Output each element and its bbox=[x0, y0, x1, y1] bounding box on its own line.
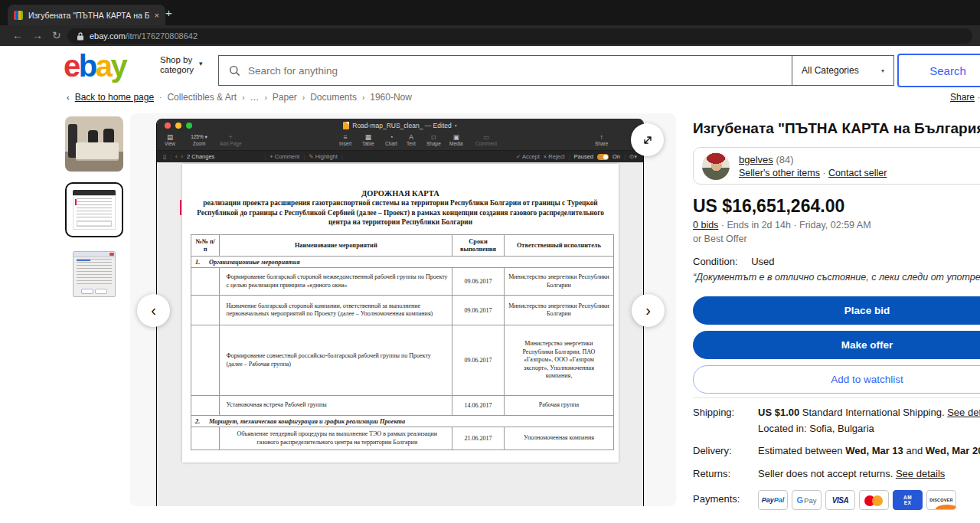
pages-table-button[interactable]: ▦Table bbox=[362, 133, 374, 146]
carousel-next-button[interactable]: › bbox=[632, 294, 665, 327]
seller-avatar[interactable] bbox=[702, 152, 730, 180]
place-bid-button[interactable]: Place bid bbox=[693, 296, 980, 325]
table-row: Объявление тендерной процедуры на выполн… bbox=[191, 427, 614, 450]
place-bid-label: Place bid bbox=[844, 305, 890, 316]
shipping-value: US $1.00 Standard International Shipping… bbox=[758, 407, 980, 418]
pages-media-button[interactable]: ▣Media bbox=[449, 133, 463, 146]
row-date: 21.06.2017 bbox=[452, 427, 505, 450]
share-link[interactable]: Share bbox=[950, 92, 975, 103]
forward-icon[interactable]: → bbox=[32, 28, 43, 42]
photo-figure bbox=[103, 129, 114, 144]
discover-icon: DISCOVER bbox=[926, 490, 956, 510]
row-date: 14.06.2017 bbox=[452, 396, 505, 416]
browser-tab[interactable]: Изгубената "ПЪТНА КАРТА на Б × bbox=[8, 5, 165, 25]
section-number: 1. bbox=[195, 259, 209, 266]
sidebar-toggle-icon[interactable]: ▯ bbox=[163, 153, 166, 160]
listing-image-stage: Road-map_RUS_clean_ — Edited ▾ ▤View 125… bbox=[130, 113, 676, 506]
mastercard-icon bbox=[859, 490, 889, 510]
search-box[interactable] bbox=[218, 55, 792, 86]
payment-methods: PayPal GPay VISA AMEX DISCOVER bbox=[758, 490, 956, 510]
gear-icon[interactable]: ⊙▾ bbox=[629, 153, 637, 160]
thumbnail-photo[interactable] bbox=[65, 116, 123, 172]
doc-title: ДОРОЖНАЯ КАРТА bbox=[182, 189, 619, 198]
pages-view-button[interactable]: ▤View bbox=[165, 133, 175, 146]
row-name: Объявление тендерной процедуры на выполн… bbox=[220, 427, 452, 450]
pages-comment-button[interactable]: ▭Comment bbox=[475, 133, 497, 146]
crumb-sep-icon: › bbox=[302, 93, 305, 102]
highlight-button[interactable]: ✎ Highlight bbox=[309, 153, 338, 160]
crumb-ellipsis[interactable]: … bbox=[250, 92, 259, 103]
back-to-home-link[interactable]: Back to home page bbox=[75, 92, 154, 103]
crumb-sep-icon: › bbox=[362, 93, 364, 102]
ebay-logo[interactable]: ebay bbox=[64, 51, 126, 81]
tab-title: Изгубената "ПЪТНА КАРТА на Б bbox=[28, 11, 149, 20]
browser-tab-strip: Изгубената "ПЪТНА КАРТА на Б × + bbox=[0, 0, 980, 25]
table-row: Назначение болгарской стороной компании,… bbox=[191, 296, 614, 325]
payments-label: Payments: bbox=[693, 493, 740, 505]
item-location: Located in: Sofia, Bulgaria bbox=[758, 423, 874, 434]
logo-e: e bbox=[64, 51, 79, 81]
carousel-prev-button[interactable]: ‹ bbox=[137, 294, 170, 327]
search-button[interactable]: Search bbox=[897, 54, 980, 87]
bid-info-row: 0 bids · Ends in 2d 14h · Friday, 02:59 … bbox=[693, 220, 871, 230]
paused-label: Paused bbox=[574, 153, 593, 160]
pages-insert-button[interactable]: ≡Insert bbox=[339, 133, 351, 146]
pages-text-button[interactable]: AText bbox=[407, 133, 416, 146]
url-path: /itm/176270808642 bbox=[126, 31, 198, 41]
contact-seller-link[interactable]: Contact seller bbox=[828, 168, 887, 178]
pages-canvas: ДОРОЖНАЯ КАРТА реализации проекта расшир… bbox=[157, 162, 643, 506]
new-tab-button[interactable]: + bbox=[165, 6, 172, 19]
seller-name-link[interactable]: bgelves bbox=[739, 154, 773, 165]
address-bar[interactable]: ebay.com/itm/176270808642 bbox=[67, 28, 972, 44]
make-offer-button[interactable]: Make offer bbox=[693, 331, 980, 359]
on-label: On bbox=[612, 153, 620, 160]
doc-table: №№ п/п Наименование мероприятий Сроки вы… bbox=[191, 234, 614, 450]
dot-separator: · bbox=[159, 93, 162, 102]
add-to-watchlist-button[interactable]: Add to watchlist bbox=[693, 365, 980, 394]
logo-y: y bbox=[110, 51, 126, 81]
condition-label: Condition: bbox=[693, 256, 738, 267]
amex-icon: AMEX bbox=[893, 490, 923, 510]
section-row: 2.Маршрут, техническая конфигурация и гр… bbox=[191, 416, 614, 427]
document-page: ДОРОЖНАЯ КАРТА реализации проекта расшир… bbox=[182, 164, 619, 463]
reload-icon[interactable]: ↻ bbox=[52, 28, 61, 42]
gpay-icon: GPay bbox=[792, 490, 822, 510]
best-offer-label: or Best Offer bbox=[693, 234, 747, 244]
image-expand-button[interactable] bbox=[631, 123, 664, 156]
reject-button[interactable]: × Reject bbox=[544, 153, 565, 160]
shop-by-category[interactable]: Shop by category bbox=[160, 55, 194, 75]
bids-link[interactable]: 0 bids bbox=[693, 220, 718, 230]
search-input[interactable] bbox=[247, 64, 709, 77]
pages-chart-button[interactable]: ◔Chart bbox=[385, 133, 397, 146]
chevron-down-icon: ▾ bbox=[881, 67, 884, 74]
next-change-icon[interactable]: › bbox=[181, 153, 184, 160]
comment-button[interactable]: + Comment bbox=[270, 153, 299, 160]
crumb-documents[interactable]: Documents bbox=[310, 92, 357, 103]
pages-titlebar: Road-map_RUS_clean_ — Edited ▾ bbox=[157, 119, 643, 132]
back-icon[interactable]: ← bbox=[12, 28, 23, 42]
prev-change-icon[interactable]: ‹ bbox=[175, 153, 178, 160]
delivery-pre: Estimated between bbox=[758, 445, 843, 456]
pages-add-page-button[interactable]: +Add Page bbox=[220, 133, 242, 146]
shipping-see-details-link[interactable]: See details bbox=[947, 407, 980, 418]
accept-button[interactable]: ✓ Accept bbox=[516, 153, 540, 160]
returns-see-details-link[interactable]: See details bbox=[896, 468, 945, 479]
row-date: 09.06.2017 bbox=[452, 325, 505, 396]
tracking-toggle[interactable] bbox=[597, 154, 609, 160]
thumbnail-document-selected[interactable] bbox=[65, 182, 123, 237]
mini-page bbox=[73, 195, 116, 230]
pages-zoom-control[interactable]: 125% ▾Zoom bbox=[186, 133, 212, 146]
pages-share-button[interactable]: ↑Share bbox=[595, 133, 608, 146]
category-dropdown[interactable]: All Categories ▾ bbox=[792, 55, 894, 86]
crumb-1960-now[interactable]: 1960-Now bbox=[370, 92, 412, 103]
tab-close-icon[interactable]: × bbox=[155, 11, 159, 20]
seller-other-items-link[interactable]: Seller's other items bbox=[739, 168, 820, 178]
delivery-and: and bbox=[906, 445, 923, 456]
crumb-paper[interactable]: Paper bbox=[273, 92, 297, 103]
row-resp: Министерство энергетики Республики Болга… bbox=[504, 268, 613, 296]
thumbnail-properties-dialog[interactable] bbox=[65, 247, 123, 302]
lock-icon bbox=[77, 32, 84, 41]
returns-text: Seller does not accept returns. bbox=[758, 468, 893, 479]
pages-shape-button[interactable]: □Shape bbox=[426, 133, 441, 146]
crumb-collectibles[interactable]: Collectibles & Art bbox=[167, 92, 237, 103]
